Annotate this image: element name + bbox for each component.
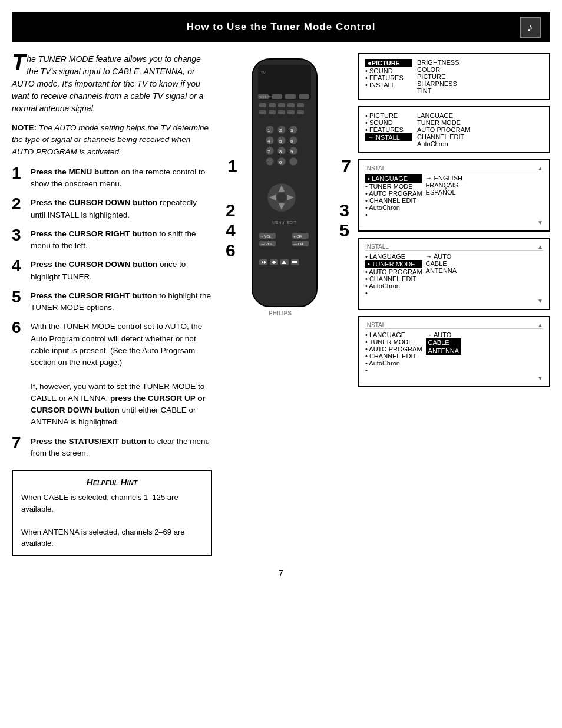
step-1-title: Press the MENU button xyxy=(31,167,119,176)
svg-text:8: 8 xyxy=(279,149,282,154)
step-6-number: 6 xyxy=(12,319,25,336)
step-6-emphasis: press the CURSOR UP or CURSOR DOWN butto… xyxy=(31,394,206,414)
svg-rect-66 xyxy=(278,110,285,114)
svg-marker-44 xyxy=(295,261,297,263)
svg-rect-68 xyxy=(297,110,304,114)
page-title: How to Use the Tuner Mode Control xyxy=(42,21,520,33)
svg-text:7: 7 xyxy=(267,149,270,154)
svg-marker-43 xyxy=(292,261,295,263)
svg-text:9: 9 xyxy=(290,149,293,154)
mp3-header: INSTALL ▲ xyxy=(365,165,543,172)
mp1-install: • INSTALL xyxy=(365,81,412,88)
step-2-title: Press the CURSOR DOWN button xyxy=(31,198,157,207)
svg-text:4: 4 xyxy=(267,139,270,144)
svg-rect-56 xyxy=(272,94,282,99)
step-5-number: 5 xyxy=(12,289,25,305)
remote-area: TV 1 2 3 4 5 6 7 8 xyxy=(223,53,352,371)
menu-panel-2-left: • PICTURE • SOUND • FEATURES →INSTALL xyxy=(365,112,412,147)
step-4-number: 4 xyxy=(12,258,25,274)
step-7: 7 Press the STATUS/EXIT button to clear … xyxy=(12,436,212,460)
mp5-header: INSTALL ▲ xyxy=(365,322,543,329)
mp3-left: • LANGUAGE • TUNER MODE • AUTO PROGRAM •… xyxy=(365,174,422,218)
svg-rect-59 xyxy=(259,103,266,107)
menu-panel-2-right: LANGUAGE TUNER MODE AUTO PROGRAM CHANNEL… xyxy=(417,112,470,147)
right-column: TV 1 2 3 4 5 6 7 8 xyxy=(223,53,550,556)
svg-text:— CH: — CH xyxy=(293,242,303,246)
step-7-content: Press the STATUS/EXIT button to clear th… xyxy=(31,436,212,460)
badge-35: 35 xyxy=(339,200,349,241)
step-2: 2 Press the CURSOR DOWN button repeatedl… xyxy=(12,197,212,221)
mp1-picture: ●PICTURE xyxy=(365,59,412,67)
mp2-sound: • SOUND xyxy=(365,119,412,126)
svg-text:PHILIPS: PHILIPS xyxy=(269,310,292,317)
mp1-features: • FEATURES xyxy=(365,74,412,81)
svg-rect-58 xyxy=(299,94,309,99)
svg-text:0: 0 xyxy=(279,160,282,165)
step-1: 1 Press the MENU button on the remote co… xyxy=(12,166,212,190)
svg-text:3: 3 xyxy=(290,128,293,133)
svg-rect-61 xyxy=(278,103,285,107)
steps-list: 1 Press the MENU button on the remote co… xyxy=(12,166,212,459)
menu-panel-2: • PICTURE • SOUND • FEATURES →INSTALL LA… xyxy=(358,106,550,153)
svg-text:+ CH: + CH xyxy=(293,235,302,238)
svg-text:TV: TV xyxy=(261,71,266,74)
step-4-content: Press the CURSOR DOWN button once to hig… xyxy=(31,259,212,283)
right-content: TV 1 2 3 4 5 6 7 8 xyxy=(223,53,550,387)
svg-rect-63 xyxy=(297,103,304,107)
menu-panel-1-right: BRIGHTNESS COLOR PICTURE SHARPNESS TINT xyxy=(417,59,459,94)
mp5-right: → AUTO CABLE ANTENNA xyxy=(426,331,462,374)
helpful-hint-box: Helpful Hint When CABLE is selected, cha… xyxy=(12,470,212,556)
step-3-content: Press the CURSOR RIGHT button to shift t… xyxy=(31,228,212,252)
mp3-content: • LANGUAGE • TUNER MODE • AUTO PROGRAM •… xyxy=(365,174,543,218)
note-paragraph: NOTE: The AUTO mode setting helps the TV… xyxy=(12,122,212,158)
svg-rect-62 xyxy=(287,103,295,107)
mp4-content: • LANGUAGE • TUNER MODE • AUTO PROGRAM •… xyxy=(365,253,543,297)
mp2-features: • FEATURES xyxy=(365,126,412,133)
menu-panel-1: ●PICTURE • SOUND • FEATURES • INSTALL BR… xyxy=(358,53,550,100)
step-6: 6 With the TUNER MODE control set to AUT… xyxy=(12,321,212,428)
step-4-title: Press the CURSOR DOWN button xyxy=(31,260,157,269)
note-label: NOTE: xyxy=(12,123,37,132)
mp4-header: INSTALL ▲ xyxy=(365,243,543,251)
step-3: 3 Press the CURSOR RIGHT button to shift… xyxy=(12,228,212,252)
step-3-title: Press the CURSOR RIGHT button xyxy=(31,229,157,238)
svg-rect-67 xyxy=(287,110,295,114)
svg-text:1: 1 xyxy=(267,128,270,133)
menu-panel-1-left: ●PICTURE • SOUND • FEATURES • INSTALL xyxy=(365,59,412,94)
helpful-hint-text: When CABLE is selected, channels 1–125 a… xyxy=(21,492,203,549)
mp3-right: → ENGLISH FRANÇAIS ESPAÑOL xyxy=(426,174,462,218)
left-column: The TUNER MODE feature allows you to cha… xyxy=(12,53,212,556)
mp4-right: → AUTO CABLE ANTENNA xyxy=(426,253,457,297)
menu-panels: ●PICTURE • SOUND • FEATURES • INSTALL BR… xyxy=(358,53,550,387)
svg-text:EDIT: EDIT xyxy=(287,220,297,225)
step-1-number: 1 xyxy=(12,165,25,182)
menu-panel-3: INSTALL ▲ • LANGUAGE • TUNER MODE • AUTO… xyxy=(358,159,550,232)
mp2-picture: • PICTURE xyxy=(365,112,412,119)
step-5: 5 Press the CURSOR RIGHT button to highl… xyxy=(12,290,212,314)
step-3-number: 3 xyxy=(12,227,25,243)
svg-point-25 xyxy=(289,157,297,166)
svg-text:5: 5 xyxy=(279,139,282,144)
step-2-number: 2 xyxy=(12,196,25,212)
corner-icon: ♪ xyxy=(520,17,541,38)
step-4: 4 Press the CURSOR DOWN button once to h… xyxy=(12,259,212,283)
mp5-left: • LANGUAGE • TUNER MODE • AUTO PROGRAM •… xyxy=(365,331,422,374)
remote-svg: TV 1 2 3 4 5 6 7 8 xyxy=(223,53,340,371)
svg-text:SELECT: SELECT xyxy=(259,95,270,99)
step-5-content: Press the CURSOR RIGHT button to highlig… xyxy=(31,290,212,314)
badge-1: 1 xyxy=(227,156,237,176)
step-1-content: Press the MENU button on the remote cont… xyxy=(31,166,212,190)
step-5-title: Press the CURSOR RIGHT button xyxy=(31,291,157,300)
badge-246: 246 xyxy=(226,200,236,261)
menu-panel-4: INSTALL ▲ • LANGUAGE • TUNER MODE • AUTO… xyxy=(358,238,550,310)
intro-paragraph: The TUNER MODE feature allows you to cha… xyxy=(12,53,212,115)
mp4-left: • LANGUAGE • TUNER MODE • AUTO PROGRAM •… xyxy=(365,253,422,297)
page-title-bar: How to Use the Tuner Mode Control ♪ xyxy=(12,12,550,42)
badge-7: 7 xyxy=(341,156,351,176)
svg-text:6: 6 xyxy=(290,139,293,144)
mp2-install: →INSTALL xyxy=(365,133,412,141)
drop-cap: T xyxy=(12,53,25,72)
step-7-title: Press the STATUS/EXIT button xyxy=(31,437,146,446)
svg-rect-57 xyxy=(285,94,296,99)
menu-panel-5: INSTALL ▲ • LANGUAGE • TUNER MODE • AUTO… xyxy=(358,316,550,387)
